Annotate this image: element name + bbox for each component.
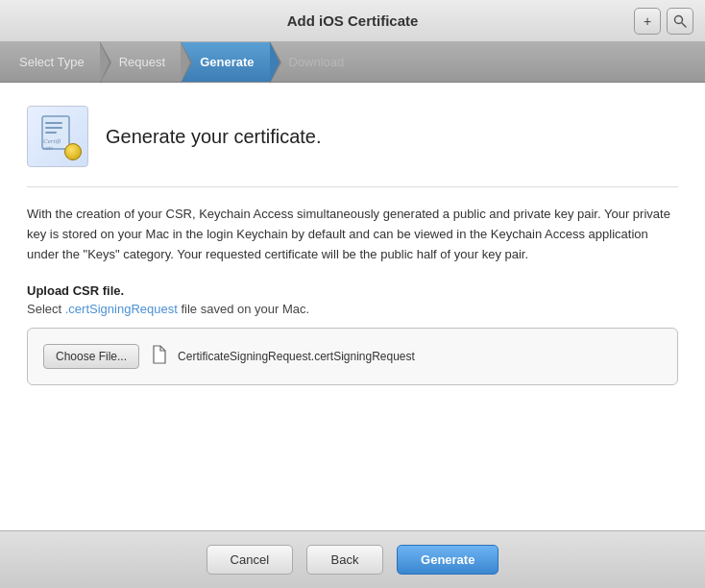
window-title: Add iOS Certificate	[287, 12, 419, 29]
body-text: With the creation of your CSR, Keychain …	[27, 205, 678, 264]
page-heading: Generate your certificate.	[106, 126, 322, 148]
svg-text:cate: cate	[43, 145, 53, 151]
step-select-type[interactable]: Select Type	[0, 42, 100, 82]
cancel-button[interactable]: Cancel	[207, 545, 293, 575]
svg-line-1	[682, 23, 686, 27]
main-content: Certifi cate Generate your certificate. …	[0, 83, 705, 530]
upload-sub-before: Select	[27, 302, 65, 316]
svg-text:Certifi: Certifi	[43, 137, 61, 145]
cert-gold-badge	[64, 143, 82, 160]
steps-bar: Select Type Request Generate Download	[0, 42, 705, 83]
svg-rect-5	[45, 132, 57, 134]
step-download[interactable]: Download	[270, 42, 360, 82]
title-bar: Add iOS Certificate +	[0, 0, 705, 42]
search-button[interactable]	[667, 8, 693, 35]
step-select-type-label: Select Type	[19, 55, 85, 69]
file-icon	[151, 345, 166, 369]
step-download-label: Download	[289, 55, 345, 69]
header-row: Certifi cate Generate your certificate.	[27, 106, 678, 167]
file-upload-box: Choose File... CertificateSigningRequest…	[27, 328, 678, 385]
upload-sub-after: file saved on your Mac.	[178, 302, 309, 316]
add-button[interactable]: +	[634, 8, 661, 35]
upload-sub: Select .certSigningRequest file saved on…	[27, 302, 678, 316]
file-name: CertificateSigningRequest.certSigningReq…	[178, 350, 415, 363]
generate-button[interactable]: Generate	[397, 545, 498, 575]
step-generate-label: Generate	[200, 55, 254, 69]
step-generate[interactable]: Generate	[181, 42, 269, 82]
svg-point-0	[675, 15, 683, 23]
step-request-label: Request	[119, 55, 165, 69]
svg-rect-3	[45, 122, 62, 124]
back-button[interactable]: Back	[306, 545, 383, 575]
footer: Cancel Back Generate	[0, 530, 705, 588]
choose-file-button[interactable]: Choose File...	[43, 344, 139, 369]
csr-link[interactable]: .certSigningRequest	[65, 302, 178, 316]
svg-rect-4	[45, 127, 62, 129]
title-bar-actions: +	[634, 8, 693, 35]
certificate-icon: Certifi cate	[27, 106, 88, 167]
step-request[interactable]: Request	[100, 42, 181, 82]
section-divider	[27, 186, 678, 187]
upload-label: Upload CSR file.	[27, 283, 678, 298]
